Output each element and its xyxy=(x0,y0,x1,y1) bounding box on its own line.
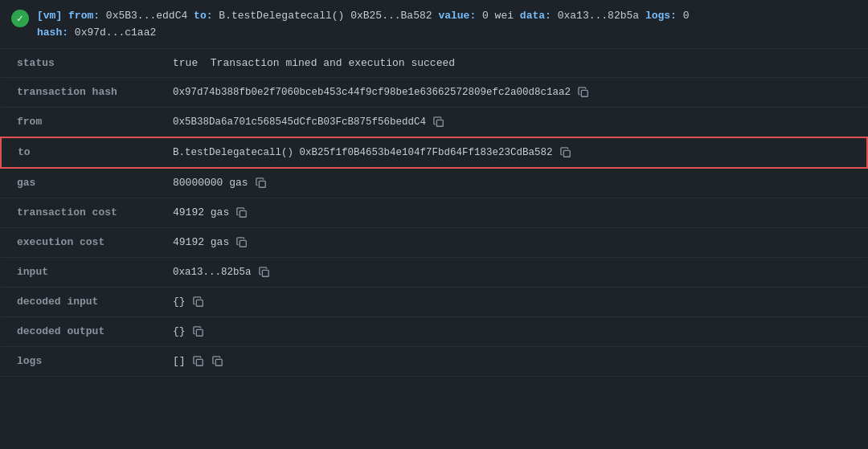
value-header-label: value: xyxy=(438,10,476,22)
svg-rect-10 xyxy=(215,359,222,365)
header-details: [vm] from: 0x5B3...eddC4 to: B.testDeleg… xyxy=(37,8,690,42)
from-value: 0x5B38Da6a701c568545dCfcB03FcB875f56bedd… xyxy=(173,116,426,128)
copy-gas-icon[interactable] xyxy=(255,177,268,190)
decoded-output-value: {} xyxy=(173,325,186,337)
transaction-cost-row: transaction cost 49192 gas xyxy=(1,198,867,227)
to-row: to B.testDelegatecall() 0xB25f1f0B4653b4… xyxy=(1,137,867,168)
to-header-address: 0xB25...Ba582 xyxy=(350,10,432,22)
svg-rect-9 xyxy=(196,359,203,365)
copy-transaction-cost-icon[interactable] xyxy=(235,206,248,219)
details-table: status true Transaction mined and execut… xyxy=(0,49,868,377)
transaction-hash-row: transaction hash 0x97d74b388fb0e2f7060bc… xyxy=(1,77,867,107)
execution-cost-row: execution cost 49192 gas xyxy=(1,227,867,257)
logs-row: logs [] xyxy=(1,346,867,376)
from-header-value: 0x5B3...eddC4 xyxy=(106,10,187,22)
svg-rect-8 xyxy=(196,329,203,336)
transaction-header: [vm] from: 0x5B3...eddC4 to: B.testDeleg… xyxy=(0,0,868,49)
from-header-label: from: xyxy=(68,10,100,22)
transaction-cost-label: transaction cost xyxy=(1,198,162,227)
logs-header-value: 0 xyxy=(683,10,690,22)
execution-cost-value-cell: 49192 gas xyxy=(162,227,867,257)
gas-value-cell: 80000000 gas xyxy=(162,168,867,198)
svg-rect-1 xyxy=(436,120,443,126)
from-value-cell: 0x5B38Da6a701c568545dCfcB03FcB875f56bedd… xyxy=(162,107,867,137)
data-header-value: 0xa13...82b5a xyxy=(558,10,639,22)
copy-to-icon[interactable] xyxy=(559,146,572,159)
value-header-amount: 0 wei xyxy=(482,10,514,22)
svg-rect-6 xyxy=(262,270,268,276)
status-value: true Transaction mined and execution suc… xyxy=(173,57,455,69)
svg-rect-0 xyxy=(581,90,588,96)
data-header-label: data: xyxy=(520,10,551,22)
transaction-cost-value: 49192 gas xyxy=(173,206,229,218)
execution-cost-label: execution cost xyxy=(1,227,162,257)
input-row: input 0xa13...82b5a xyxy=(1,257,867,287)
transaction-panel: [vm] from: 0x5B3...eddC4 to: B.testDeleg… xyxy=(0,0,868,449)
gas-label: gas xyxy=(1,168,162,198)
svg-rect-3 xyxy=(259,181,265,187)
decoded-input-label: decoded input xyxy=(1,287,162,316)
decoded-input-value: {} xyxy=(173,296,186,308)
gas-value: 80000000 gas xyxy=(173,177,248,189)
hash-header-value: 0x97d...c1aa2 xyxy=(75,27,156,39)
decoded-input-row: decoded input {} xyxy=(1,287,867,316)
logs-label: logs xyxy=(1,346,162,376)
decoded-output-row: decoded output {} xyxy=(1,316,867,346)
status-value-cell: true Transaction mined and execution suc… xyxy=(162,49,867,78)
svg-rect-7 xyxy=(196,300,203,306)
to-label: to xyxy=(1,137,162,168)
copy-logs-icon-2[interactable] xyxy=(211,355,224,368)
copy-transaction-hash-icon[interactable] xyxy=(577,86,590,99)
copy-decoded-input-icon[interactable] xyxy=(192,296,205,308)
logs-value-cell: [] xyxy=(162,346,867,376)
copy-from-icon[interactable] xyxy=(432,116,445,129)
status-row: status true Transaction mined and execut… xyxy=(1,49,867,78)
decoded-output-value-cell: {} xyxy=(162,316,867,346)
success-icon xyxy=(11,10,29,27)
to-value: B.testDelegatecall() 0xB25f1f0B4653b4e10… xyxy=(173,147,553,158)
decoded-input-value-cell: {} xyxy=(162,287,867,316)
vm-label: [vm] xyxy=(37,10,62,22)
input-value: 0xa13...82b5a xyxy=(173,267,252,278)
copy-decoded-output-icon[interactable] xyxy=(192,325,205,338)
from-row: from 0x5B38Da6a701c568545dCfcB03FcB875f5… xyxy=(1,107,867,137)
input-label: input xyxy=(1,257,162,287)
svg-rect-5 xyxy=(240,240,247,247)
to-header-label: to: xyxy=(194,10,212,22)
transaction-hash-value-cell: 0x97d74b388fb0e2f7060bceb453c44f9cf98be1… xyxy=(162,77,867,107)
copy-logs-icon-1[interactable] xyxy=(192,355,205,368)
copy-input-icon[interactable] xyxy=(258,266,271,279)
svg-rect-4 xyxy=(240,210,247,217)
transaction-hash-label: transaction hash xyxy=(1,77,162,107)
to-header-func: B.testDelegatecall() xyxy=(219,10,344,22)
logs-header-label: logs: xyxy=(645,10,677,22)
to-value-cell: B.testDelegatecall() 0xB25f1f0B4653b4e10… xyxy=(162,137,867,168)
transaction-cost-value-cell: 49192 gas xyxy=(162,198,867,227)
decoded-output-label: decoded output xyxy=(1,316,162,346)
logs-value: [] xyxy=(173,355,186,367)
input-value-cell: 0xa13...82b5a xyxy=(162,257,867,287)
status-label: status xyxy=(1,49,162,78)
copy-execution-cost-icon[interactable] xyxy=(235,236,248,249)
execution-cost-value: 49192 gas xyxy=(173,236,229,248)
gas-row: gas 80000000 gas xyxy=(1,168,867,198)
transaction-hash-value: 0x97d74b388fb0e2f7060bceb453c44f9cf98be1… xyxy=(173,87,571,98)
from-label: from xyxy=(1,107,162,137)
svg-rect-2 xyxy=(563,150,570,157)
hash-header-label: hash: xyxy=(37,27,68,39)
